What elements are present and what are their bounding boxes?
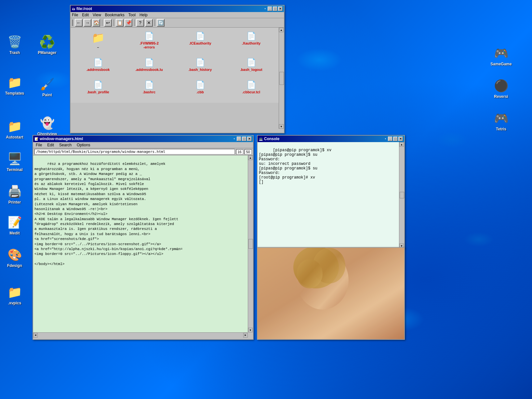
col-number: 50 bbox=[245, 149, 252, 154]
desktop-icon-paint[interactable]: 🖌️ Paint bbox=[34, 76, 60, 97]
desktop-icon-pmanager[interactable]: ♻️ PManager bbox=[34, 34, 60, 55]
te-scroll-down[interactable]: ▼ bbox=[248, 328, 253, 332]
con-scrollbar[interactable]: ▲ ▼ bbox=[399, 142, 404, 248]
te-close-button[interactable]: ✕ bbox=[247, 137, 252, 141]
con-maximize-button[interactable]: □ bbox=[393, 137, 398, 141]
medit-label: Medit bbox=[9, 231, 20, 235]
te-menu-file[interactable]: File bbox=[36, 143, 42, 147]
text-editor-menubar: File Edit Search Options bbox=[33, 142, 253, 148]
undo-button[interactable]: ↩ bbox=[104, 19, 112, 27]
xvpics-label: .xvpics bbox=[8, 301, 21, 305]
desktop-icon-tetris[interactable]: 🎮 Tetris bbox=[488, 111, 514, 131]
home-button[interactable]: 🏠 bbox=[92, 19, 100, 27]
templates-icon: 📁 bbox=[7, 75, 22, 90]
text-editor-pathbar: 16 50 bbox=[33, 148, 253, 155]
file-manager-title: file:/root bbox=[76, 7, 92, 11]
menu-tool[interactable]: Tool bbox=[128, 13, 136, 17]
paste-button[interactable]: 📌 bbox=[125, 19, 132, 27]
scroll-thumb[interactable] bbox=[279, 72, 284, 85]
desktop-icon-terminal[interactable]: 🖥️ Terminal bbox=[2, 151, 28, 172]
desktop-icon-samegame[interactable]: 🎮 SameGame bbox=[488, 46, 514, 66]
file-item-addressbooklu[interactable]: 📄 .addressbook.lu bbox=[124, 57, 174, 78]
desktop-icon-medit[interactable]: 📝 Medit bbox=[2, 215, 28, 235]
te-scrollbar-v[interactable]: ▲ ▼ bbox=[248, 155, 253, 332]
close-button[interactable]: ✕ bbox=[278, 7, 283, 11]
file-item-fvwm[interactable]: 📄 .FVWM95-2-errors bbox=[124, 30, 174, 55]
menu-bookmarks[interactable]: Bookmarks bbox=[105, 13, 125, 17]
minimize-button[interactable]: _ bbox=[268, 7, 272, 11]
scroll-down-arrow[interactable]: ▼ bbox=[279, 124, 284, 129]
text-editor-icon: 📝 bbox=[34, 137, 38, 141]
fdesign-icon: 🎨 bbox=[7, 247, 22, 263]
file-item-xauthority[interactable]: 📄 .Xauthority bbox=[226, 30, 276, 55]
file-item-bashrc[interactable]: 📄 .bashrc bbox=[124, 79, 174, 100]
text-editor-title: window-managers.html bbox=[40, 137, 83, 141]
console-titlebar[interactable]: 💻 Console • _ □ ✕ bbox=[258, 136, 404, 142]
samegame-label: SameGame bbox=[490, 62, 512, 66]
file-item-bash-logout[interactable]: 📄 .bash_logout bbox=[226, 57, 276, 78]
maximize-button[interactable]: □ bbox=[273, 7, 277, 11]
text-editor-body-container: rész a programokhoz hozzáfordított elemk… bbox=[33, 155, 253, 338]
xvpics-icon: 📁 bbox=[7, 285, 22, 300]
console-output[interactable]: [pipas@pip programok]$ xv [pipas@pip pro… bbox=[258, 142, 399, 248]
file-item-cbb[interactable]: 📄 .cbb bbox=[175, 79, 225, 100]
file-manager-icon: 🗂 bbox=[72, 7, 75, 11]
back-button[interactable]: ← bbox=[75, 19, 83, 27]
con-minimize-button[interactable]: _ bbox=[388, 137, 392, 141]
pmanager-label: PManager bbox=[38, 50, 56, 55]
copy-button[interactable]: 📋 bbox=[116, 19, 124, 27]
desktop-icon-trash[interactable]: 🗑️ Trash bbox=[2, 34, 28, 55]
te-scrollbar-h[interactable]: ◄ ► bbox=[33, 332, 248, 338]
desktop-icon-reversi[interactable]: ⚫ Reversi bbox=[488, 78, 514, 99]
con-scroll-thumb[interactable] bbox=[400, 192, 404, 198]
file-item-parent[interactable]: 📁 .. bbox=[73, 30, 123, 55]
file-item-cbbcurtcl[interactable]: 📄 .cbbcur.tcl bbox=[226, 79, 276, 100]
scroll-up-arrow[interactable]: ▲ bbox=[279, 28, 284, 32]
forward-button[interactable]: → bbox=[84, 19, 91, 27]
file-manager-titlebar[interactable]: 🗂 file:/root • _ □ ✕ bbox=[71, 6, 284, 12]
terminal-label: Terminal bbox=[7, 167, 22, 172]
printer-label: Printer bbox=[8, 200, 21, 205]
desktop-icon-templates[interactable]: 📁 Templates bbox=[2, 75, 28, 96]
image-window bbox=[257, 247, 405, 340]
toolbar-sep4 bbox=[154, 20, 155, 26]
file-item-iceauthority[interactable]: 📄 .ICEauthority bbox=[175, 30, 225, 55]
te-menu-options[interactable]: Options bbox=[77, 143, 90, 147]
desktop-icon-autostart[interactable]: 📁 Autostart bbox=[2, 119, 28, 140]
te-scroll-up[interactable]: ▲ bbox=[248, 155, 253, 160]
image-content bbox=[258, 248, 404, 339]
toolbar-sep1 bbox=[102, 20, 102, 26]
menu-file[interactable]: File bbox=[72, 13, 78, 17]
console-body-container: [pipas@pip programok]$ xv [pipas@pip pro… bbox=[258, 142, 404, 248]
tetris-label: Tetris bbox=[496, 127, 506, 131]
desktop-icon-printer[interactable]: 🖨️ Printer bbox=[2, 184, 28, 205]
con-close-button[interactable]: ✕ bbox=[398, 137, 403, 141]
menu-edit[interactable]: Edit bbox=[82, 13, 89, 17]
desktop-icon-xvpics[interactable]: 📁 .xvpics bbox=[2, 285, 28, 305]
file-manager-scrollbar[interactable]: ▲ ▼ bbox=[279, 28, 284, 129]
te-scroll-thumb-v[interactable] bbox=[248, 239, 253, 249]
paint-icon: 🖌️ bbox=[39, 76, 55, 92]
desktop-icon-ghostview[interactable]: 👻 Ghostview bbox=[34, 115, 60, 136]
stop-button[interactable]: ✕ bbox=[145, 19, 153, 27]
te-menu-edit[interactable]: Edit bbox=[47, 143, 54, 147]
file-manager-window: 🗂 file:/root • _ □ ✕ File Edit View Book… bbox=[70, 5, 285, 133]
help-button[interactable]: ? bbox=[136, 19, 144, 27]
te-minimize-button[interactable]: _ bbox=[237, 137, 241, 141]
te-scroll-left[interactable]: ◄ bbox=[33, 333, 38, 338]
refresh-button[interactable]: 🔄 bbox=[157, 19, 165, 27]
file-item-bash-profile[interactable]: 📄 .bash_profile bbox=[73, 79, 123, 100]
menu-view[interactable]: View bbox=[93, 13, 101, 17]
text-editor-content[interactable]: rész a programokhoz hozzáfordított elemk… bbox=[33, 155, 248, 332]
path-input[interactable] bbox=[34, 149, 235, 154]
te-scroll-track-h bbox=[38, 334, 243, 337]
text-editor-titlebar[interactable]: 📝 window-managers.html • _ □ ✕ bbox=[33, 136, 253, 142]
con-scroll-up[interactable]: ▲ bbox=[399, 142, 404, 147]
te-scroll-right[interactable]: ► bbox=[243, 333, 248, 338]
te-maximize-button[interactable]: □ bbox=[242, 137, 246, 141]
menu-help[interactable]: Help bbox=[140, 13, 148, 17]
desktop-icon-fdesign[interactable]: 🎨 Fdesign bbox=[2, 247, 28, 268]
file-item-bash-history[interactable]: 📄 .bash_history bbox=[175, 57, 225, 78]
file-item-addressbook[interactable]: 📄 .addressbook bbox=[73, 57, 123, 78]
te-menu-search[interactable]: Search bbox=[59, 143, 72, 147]
